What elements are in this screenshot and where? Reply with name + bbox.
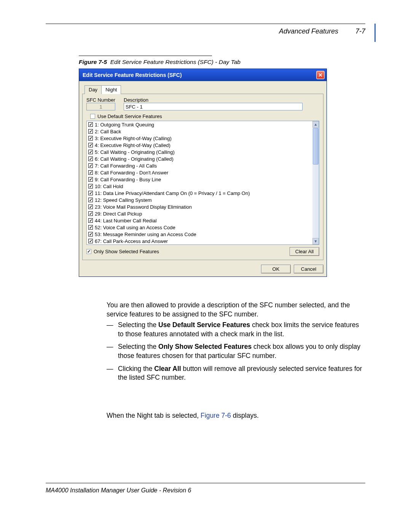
figure-rule	[79, 56, 212, 56]
feature-item[interactable]: ✓9: Call Forwarding - Busy Line	[87, 176, 312, 183]
feature-item[interactable]: ✓12: Speed Calling System	[87, 197, 312, 203]
feature-item[interactable]: ✓11: Data Line Privacy/Attendant Camp On…	[87, 190, 312, 197]
feature-label: 53: Message Reminder using an Access Cod…	[95, 232, 196, 237]
feature-item[interactable]: ✓8: Call Forwarding - Don't Answer	[87, 169, 312, 176]
feature-item[interactable]: ✓6: Call Waiting - Originating (Called)	[87, 155, 312, 162]
figure-title: Edit Service Feature Restrictions (SFC) …	[110, 59, 241, 65]
page-header: Advanced Features 7-7	[279, 27, 365, 35]
page-number: 7-7	[355, 27, 365, 35]
night-pre: When the Night tab is selected,	[107, 412, 201, 419]
bullet-item: —Selecting the Only Show Selected Featur…	[107, 342, 365, 360]
dialog-titlebar[interactable]: Edit Service Feature Restrictions (SFC) …	[79, 69, 327, 81]
tab-night[interactable]: Night	[101, 85, 121, 94]
feature-checkbox[interactable]: ✓	[88, 170, 93, 175]
bullet-text: Selecting the Use Default Service Featur…	[118, 321, 365, 339]
feature-label: 10: Call Hold	[95, 184, 123, 189]
feature-label: 5: Call Waiting - Originating (Calling)	[95, 149, 175, 155]
feature-checkbox[interactable]: ✓	[88, 122, 93, 127]
feature-checkbox[interactable]: ✓	[88, 204, 93, 209]
description-label: Description	[124, 97, 319, 103]
feature-item[interactable]: ✓23: Voice Mail Password Display Elimina…	[87, 203, 312, 210]
close-icon[interactable]: ✕	[316, 71, 325, 79]
feature-checkbox[interactable]: ✓	[88, 218, 93, 223]
feature-label: 23: Voice Mail Password Display Eliminat…	[95, 204, 192, 210]
feature-label: 3: Executive Right-of-Way (Calling)	[95, 136, 172, 141]
figure-caption: Figure 7-5 Edit Service Feature Restrict…	[79, 59, 241, 66]
footer-rule	[46, 483, 365, 483]
feature-checkbox[interactable]: ✓	[88, 129, 93, 134]
feature-item[interactable]: ✓3: Executive Right-of-Way (Calling)	[87, 135, 312, 142]
tab-day[interactable]: Day	[84, 85, 102, 94]
night-post: displays.	[231, 412, 259, 419]
feature-checkbox[interactable]: ✓	[88, 198, 93, 202]
feature-checkbox[interactable]: ✓	[88, 150, 93, 154]
feature-label: 44: Last Number Call Redial	[95, 218, 157, 224]
feature-item[interactable]: ✓52: Voice Call using an Access Code	[87, 224, 312, 231]
description-field[interactable]	[124, 103, 303, 110]
feature-item[interactable]: ✓29: Direct Call Pickup	[87, 210, 312, 217]
feature-label: 6: Call Waiting - Originating (Called)	[95, 156, 174, 162]
header-rule	[46, 24, 365, 24]
feature-checkbox[interactable]: ✓	[88, 184, 93, 189]
bullet-item: —Selecting the Use Default Service Featu…	[107, 321, 365, 339]
clear-all-button[interactable]: Clear All	[290, 247, 319, 256]
feature-label: 8: Call Forwarding - Don't Answer	[95, 170, 168, 176]
sfc-number-field[interactable]	[86, 103, 115, 110]
tab-panel: SFC Number Description Use Default Servi…	[82, 94, 323, 260]
only-show-checkbox[interactable]: ✓	[86, 249, 91, 254]
feature-item[interactable]: ✓2: Call Back	[87, 128, 312, 135]
bullet-list: —Selecting the Use Default Service Featu…	[107, 321, 365, 386]
feature-label: 29: Direct Call Pickup	[95, 211, 142, 217]
scroll-up-icon[interactable]: ▲	[312, 121, 319, 128]
feature-item[interactable]: ✓53: Message Reminder using an Access Co…	[87, 231, 312, 238]
figure-ref: Figure 7-5	[79, 59, 107, 65]
feature-list: ✓1: Outgoing Trunk Queuing✓2: Call Back✓…	[86, 121, 319, 245]
use-default-label: Use Default Service Features	[97, 113, 162, 119]
ok-button[interactable]: OK	[261, 265, 291, 273]
feature-item[interactable]: ✓1: Outgoing Trunk Queuing	[87, 121, 312, 128]
night-paragraph: When the Night tab is selected, Figure 7…	[107, 411, 365, 420]
sfc-number-label: SFC Number	[86, 97, 115, 103]
figure-7-6-link[interactable]: Figure 7-6	[201, 412, 231, 419]
footer-text: MA4000 Installation Manager User Guide -…	[46, 487, 191, 494]
dialog-title: Edit Service Feature Restrictions (SFC)	[83, 72, 316, 78]
scroll-track[interactable]	[312, 128, 319, 238]
tabs: DayNight	[84, 85, 323, 94]
feature-label: 9: Call Forwarding - Busy Line	[95, 177, 161, 182]
use-default-checkbox-row[interactable]: Use Default Service Features	[90, 113, 319, 119]
feature-item[interactable]: ✓7: Call Forwarding - All Calls	[87, 162, 312, 169]
feature-checkbox[interactable]: ✓	[88, 232, 93, 236]
scroll-thumb[interactable]	[313, 128, 319, 165]
feature-checkbox[interactable]: ✓	[88, 157, 93, 161]
only-show-label: Only Show Selected Features	[94, 249, 159, 254]
bullet-text: Clicking the Clear All button will remov…	[118, 364, 365, 382]
feature-label: 2: Call Back	[95, 129, 121, 134]
feature-item[interactable]: ✓4: Executive Right-of-Way (Called)	[87, 142, 312, 149]
cancel-button[interactable]: Cancel	[294, 265, 323, 273]
feature-label: 12: Speed Calling System	[95, 197, 152, 203]
scrollbar[interactable]: ▲ ▼	[312, 121, 319, 244]
feature-checkbox[interactable]: ✓	[88, 163, 93, 168]
intro-paragraph: You are then allowed to provide a descri…	[107, 301, 365, 319]
feature-checkbox[interactable]: ✓	[88, 177, 93, 182]
feature-checkbox[interactable]: ✓	[88, 136, 93, 141]
feature-checkbox[interactable]: ✓	[88, 143, 93, 147]
feature-item[interactable]: ✓5: Call Waiting - Originating (Calling)	[87, 149, 312, 155]
scroll-down-icon[interactable]: ▼	[312, 238, 319, 244]
bullet-dash: —	[107, 321, 118, 339]
section-name: Advanced Features	[279, 27, 338, 35]
feature-checkbox[interactable]: ✓	[88, 239, 93, 243]
feature-checkbox[interactable]: ✓	[88, 225, 93, 230]
feature-item[interactable]: ✓10: Call Hold	[87, 183, 312, 190]
feature-checkbox[interactable]: ✓	[88, 191, 93, 195]
feature-item[interactable]: ✓67: Call Park-Access and Answer	[87, 238, 312, 244]
sfc-dialog: Edit Service Feature Restrictions (SFC) …	[79, 69, 327, 277]
header-accent	[374, 24, 376, 42]
feature-label: 52: Voice Call using an Access Code	[95, 225, 175, 230]
bullet-dash: —	[107, 342, 118, 360]
bullet-text: Selecting the Only Show Selected Feature…	[118, 342, 365, 360]
feature-checkbox[interactable]: ✓	[88, 211, 93, 216]
use-default-checkbox[interactable]	[90, 114, 95, 119]
feature-label: 7: Call Forwarding - All Calls	[95, 163, 157, 169]
feature-item[interactable]: ✓44: Last Number Call Redial	[87, 217, 312, 224]
